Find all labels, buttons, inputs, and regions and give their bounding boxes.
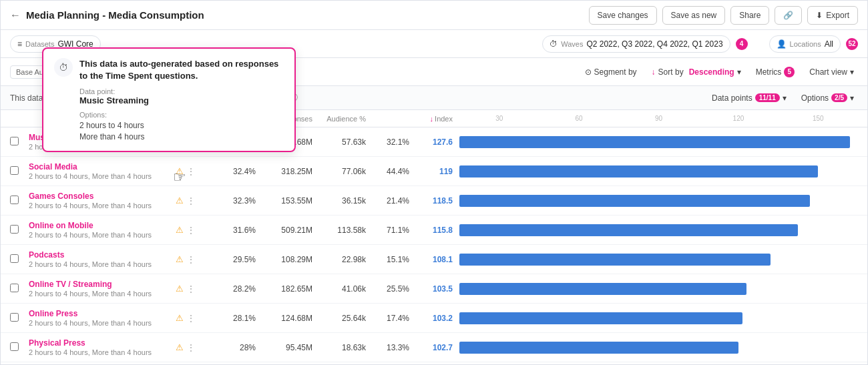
row-subtitle: 2 hours to 4 hours, More than 4 hours	[29, 319, 176, 327]
tooltip-title: This data is auto-generated based on res…	[79, 58, 284, 82]
row-checkbox[interactable]	[10, 254, 29, 265]
row-audience-pct: 15.1%	[366, 255, 409, 264]
save-changes-button[interactable]: Save changes	[589, 6, 657, 25]
row-bar-col	[453, 224, 858, 236]
waves-badge: 4	[736, 38, 748, 50]
more-options-icon[interactable]: ⋮	[186, 313, 196, 324]
options-badge: 2/5	[831, 93, 847, 102]
more-options-icon[interactable]: ⋮	[186, 284, 196, 294]
row-index: 118.5	[409, 196, 453, 206]
row-bar-col	[453, 312, 858, 324]
row-percentage: 28.2%	[209, 284, 256, 294]
row-responses: 509.21M	[256, 226, 312, 235]
row-responses: 124.68M	[256, 314, 312, 323]
table-row: Online Press 2 hours to 4 hours, More th…	[1, 304, 867, 333]
row-name-col: Online TV / Streaming 2 hours to 4 hours…	[29, 280, 176, 298]
locations-filter[interactable]: 👤 Locations All	[769, 35, 841, 53]
waves-filter[interactable]: ⏱ Waves Q2 2022, Q3 2022, Q4 2022, Q1 20…	[542, 35, 730, 53]
warning-icon: ⚠	[176, 166, 184, 176]
table-row: Social Media 2 hours to 4 hours, More th…	[1, 157, 867, 186]
row-checkbox[interactable]	[10, 342, 29, 353]
link-button[interactable]: 🔗	[775, 6, 802, 25]
warning-icon: ⚠	[176, 284, 184, 294]
row-name[interactable]: Social Media	[29, 162, 176, 171]
col-chart-header: 306090120150	[453, 115, 858, 122]
more-options-icon[interactable]: ⋮	[186, 166, 196, 177]
table-row: Online on Mobile 2 hours to 4 hours, Mor…	[1, 216, 867, 245]
row-checkbox[interactable]	[10, 313, 29, 324]
row-bar	[459, 254, 771, 266]
row-percentage: 32.4%	[209, 167, 256, 176]
header-actions: Save changes Save as new Share 🔗 ⬇ Expor…	[589, 6, 859, 25]
chart-view-button[interactable]: Chart view ▾	[805, 65, 858, 79]
row-checkbox[interactable]	[10, 166, 29, 177]
warning-icon: ⚠	[176, 342, 184, 352]
more-options-icon[interactable]: ⋮	[186, 342, 196, 353]
row-checkbox[interactable]	[10, 137, 29, 147]
export-button[interactable]: ⬇ Export	[807, 6, 858, 25]
row-bar	[459, 312, 742, 324]
row-audience-pct: 71.1%	[366, 226, 409, 235]
row-bar-col	[453, 165, 858, 177]
row-bar	[459, 136, 850, 148]
row-bar	[459, 283, 746, 295]
row-checkbox[interactable]	[10, 284, 29, 294]
row-bar	[459, 195, 810, 207]
axis-label: 60	[539, 115, 618, 122]
row-audience-pct: 21.4%	[366, 196, 409, 206]
row-responses: 182.65M	[256, 284, 312, 294]
row-name[interactable]: Online Press	[29, 309, 176, 318]
row-name[interactable]: Physical Press	[29, 338, 176, 348]
row-name-col: Online on Mobile 2 hours to 4 hours, Mor…	[29, 221, 176, 239]
axis-label: 30	[459, 115, 539, 122]
row-audience: 22.98k	[312, 255, 366, 264]
row-bar	[459, 342, 738, 354]
sort-by-button[interactable]: ↓ Sort by Descending ▾	[648, 65, 745, 79]
row-responses: 318.25M	[256, 167, 312, 176]
metrics-button[interactable]: Metrics 5	[752, 64, 799, 80]
row-responses: 108.29M	[256, 255, 312, 264]
row-audience: 57.63k	[312, 137, 366, 147]
data-points-button[interactable]: Data points 11/11 ▾	[708, 91, 791, 105]
options-button[interactable]: Options 2/5 ▾	[797, 91, 858, 105]
warning-icon: ⚠	[176, 225, 184, 235]
row-responses: 95.45M	[256, 343, 312, 352]
more-options-icon[interactable]: ⋮	[186, 196, 196, 206]
row-audience-pct: 17.4%	[366, 314, 409, 323]
row-audience: 41.06k	[312, 284, 366, 294]
row-bar	[459, 224, 798, 236]
row-bar-col	[453, 136, 858, 148]
row-percentage: 28.1%	[209, 314, 256, 323]
data-options-bar: Data points 11/11 ▾ Options 2/5 ▾	[708, 91, 858, 105]
table-row: Online TV / Streaming 2 hours to 4 hours…	[1, 274, 867, 304]
share-button[interactable]: Share	[730, 6, 769, 25]
options-chevron: ▾	[850, 93, 854, 103]
row-audience-pct: 32.1%	[366, 137, 409, 147]
back-icon[interactable]: ←	[10, 9, 21, 21]
tooltip-options-label: Options:	[79, 111, 284, 119]
more-options-icon[interactable]: ⋮	[186, 254, 196, 265]
save-as-new-button[interactable]: Save as new	[662, 6, 726, 25]
row-responses: 153.55M	[256, 196, 312, 206]
warning-icon: ⚠	[176, 313, 184, 323]
chart-view-chevron: ▾	[850, 67, 854, 77]
header: ← Media Planning - Media Consumption Sav…	[1, 1, 867, 30]
row-warning: ⚠ ⋮	[176, 166, 209, 177]
row-bar-col	[453, 342, 858, 354]
row-name[interactable]: Games Consoles	[29, 192, 176, 201]
row-checkbox[interactable]	[10, 225, 29, 236]
index-sort-icon: ↓	[430, 115, 434, 123]
row-name[interactable]: Online TV / Streaming	[29, 280, 176, 289]
sort-icon: ↓	[652, 67, 656, 77]
row-name-col: Online Press 2 hours to 4 hours, More th…	[29, 309, 176, 327]
row-warning: ⚠ ⋮	[176, 225, 209, 236]
row-name-col: Social Media 2 hours to 4 hours, More th…	[29, 162, 176, 180]
row-subtitle: 2 hours to 4 hours, More than 4 hours	[29, 172, 176, 180]
segment-by-button[interactable]: ⊙ Segment by	[581, 65, 641, 79]
row-warning: ⚠ ⋮	[176, 342, 209, 353]
row-checkbox[interactable]	[10, 196, 29, 206]
row-audience: 36.15k	[312, 196, 366, 206]
more-options-icon[interactable]: ⋮	[186, 225, 196, 236]
row-name[interactable]: Online on Mobile	[29, 221, 176, 230]
row-name[interactable]: Podcasts	[29, 250, 176, 260]
